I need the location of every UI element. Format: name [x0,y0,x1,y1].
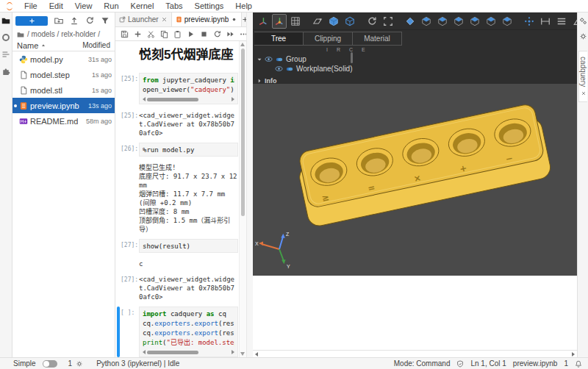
extension-manager-icon[interactable] [1,67,10,76]
tree-column-toggles[interactable]: I R C E [326,47,577,53]
cell-content[interactable]: c [139,258,238,268]
cell-content[interactable]: <cad_viewer_widget.widget.CadViewer at 0… [139,273,238,301]
measure-properties-icon[interactable] [554,14,569,29]
tree-node[interactable]: Group [253,54,577,64]
viewer-tab[interactable]: Material [353,32,402,46]
code-cell[interactable]: [26]:%run model.py [117,143,238,157]
orientation-gizmo[interactable]: X Z Y [254,230,297,270]
file-row[interactable]: README.md 58m ago [12,113,115,129]
file-row[interactable]: model.stl 1s ago [12,82,115,98]
cell-content[interactable]: show(result) [139,239,238,253]
cell-hscrollbar[interactable] [143,96,234,102]
scrollbar-thumb[interactable] [241,49,245,216]
cell-content[interactable]: from jupyter_cadquery import open_viewer… [139,73,238,104]
copy-cells-icon[interactable] [160,30,168,38]
property-inspector-icon[interactable] [579,17,587,25]
scroll-down-arrow[interactable] [240,352,245,356]
simple-mode-toggle[interactable] [43,360,57,368]
cell-content[interactable]: 悦刻5代烟弹底座 [139,46,238,68]
menu-item[interactable]: Settings [189,1,230,10]
close-icon[interactable] [581,90,587,96]
paste-cells-icon[interactable] [173,30,182,38]
kernel-sessions-icon[interactable] [76,360,83,368]
column-name[interactable]: Name [17,41,38,50]
save-icon[interactable] [121,30,129,38]
interrupt-kernel-icon[interactable] [200,30,208,38]
menu-item[interactable]: File [18,1,43,10]
code-input[interactable]: show(result) [139,239,238,253]
menu-item[interactable]: Help [229,1,258,10]
scroll-left-arrow[interactable] [255,352,258,357]
orthographic-camera-icon[interactable] [310,14,325,29]
cut-cells-icon[interactable] [147,30,155,38]
tab-launcher[interactable]: Launcher [115,12,172,26]
code-input[interactable]: import cadquery as cqcq.exporters.export… [139,307,238,357]
breadcrumb[interactable]: / models / relx-holder / [12,29,115,40]
refresh-icon[interactable] [85,16,94,25]
shape-icon[interactable] [285,65,294,73]
file-row[interactable]: preview.ipynb 13s ago [12,98,115,113]
viewer-tab[interactable]: Clipping [304,32,353,46]
insert-cell-icon[interactable] [134,30,142,38]
markdown-cell[interactable]: 悦刻5代烟弹底座 [117,46,238,68]
code-cell[interactable]: [ ]:import cadquery as cqcq.exporters.ex… [117,307,238,357]
fit-view-icon[interactable] [381,14,395,29]
view-right-icon[interactable] [500,14,514,29]
toggle-axes-icon[interactable] [256,14,270,29]
toggle-black-edges-icon[interactable] [343,14,357,29]
kernel-status[interactable]: Python 3 (ipykernel) | Idle [96,359,179,368]
caret-down-icon[interactable] [267,66,273,72]
file-row[interactable]: model.step 1s ago [12,67,115,82]
scroll-right-arrow[interactable] [572,352,575,357]
vertical-scrollbar[interactable] [239,41,246,357]
reset-view-icon[interactable] [365,14,379,29]
cell-hscrollbar[interactable] [143,349,234,355]
cell-content[interactable]: %run model.py [139,143,238,157]
panel-splitter[interactable] [246,12,253,357]
explode-icon[interactable] [522,14,537,29]
settings-icon[interactable] [579,32,587,40]
tree-scrollbar-thumb[interactable] [351,52,353,63]
cursor-position[interactable]: Ln 1, Col 1 [470,359,506,368]
3d-model[interactable]: ≥=×+− [253,84,577,274]
menu-item[interactable]: Run [98,1,124,10]
upload-icon[interactable] [70,16,79,25]
toggle-transparent-icon[interactable] [326,14,341,29]
scroll-up-arrow[interactable] [240,43,245,46]
editor-mode[interactable]: Mode: Command [394,359,451,368]
tree-node[interactable]: Workplane(Solid) [253,64,577,74]
cell-content[interactable]: <cad_viewer_widget.widget.CadViewer at 0… [139,110,238,137]
3d-canvas[interactable]: ≥=×+− X Z Y [253,84,577,276]
file-browser-icon[interactable] [1,16,10,25]
toggle-grid-icon[interactable] [288,14,303,29]
code-cell[interactable]: [25]:from jupyter_cadquery import open_v… [117,73,238,104]
view-top-icon[interactable] [451,14,466,29]
new-folder-icon[interactable] [54,16,63,25]
caret-down-icon[interactable] [257,57,262,62]
viewer-tab[interactable]: Tree [254,32,304,46]
menu-item[interactable]: View [69,1,98,10]
code-input[interactable]: %run model.py [139,143,238,157]
breadcrumb-path[interactable]: / models / relx-holder / [27,30,100,38]
horizontal-scrollbar[interactable] [253,350,577,357]
bell-icon[interactable] [575,360,582,368]
sidebar-tab-cadquery[interactable]: cadquery [578,51,587,102]
session-count[interactable]: 1 [68,359,73,368]
tab-preview-ipynb[interactable]: preview.ipynb [172,12,243,26]
output-cell[interactable]: [27]:<cad_viewer_widget.widget.CadViewer… [117,273,238,301]
close-icon[interactable] [161,16,168,23]
menu-item[interactable]: Kernel [125,1,160,10]
eye-icon[interactable] [275,65,283,73]
view-bottom-icon[interactable] [467,14,482,29]
menu-item[interactable]: Tabs [159,1,188,10]
running-sessions-icon[interactable] [1,33,10,42]
shape-icon[interactable] [275,56,284,63]
restart-run-all-icon[interactable] [226,30,234,38]
eye-icon[interactable] [265,55,273,63]
table-of-contents-icon[interactable] [1,50,10,59]
filter-icon[interactable] [101,16,110,25]
view-rear-icon[interactable] [435,14,450,29]
cell-content[interactable]: import cadquery as cqcq.exporters.export… [139,307,238,357]
code-cell[interactable]: [27]:show(result) [117,239,238,253]
measure-distance-icon[interactable] [538,14,553,29]
